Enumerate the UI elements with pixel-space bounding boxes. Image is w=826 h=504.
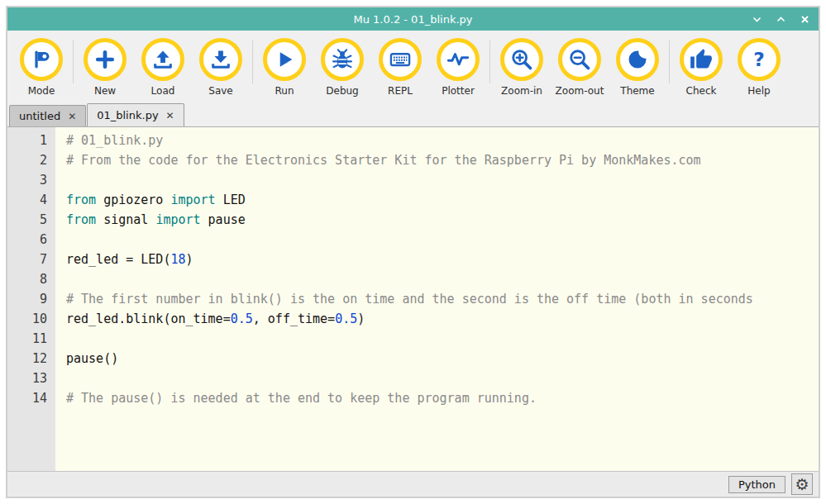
token-code: red_led = LED( — [66, 252, 170, 267]
token-comment: # The pause() is needed at the end to ke… — [66, 391, 537, 406]
token-code: red_led.blink(on_time= — [66, 311, 231, 326]
tab-label: untitled — [19, 110, 60, 122]
line-number: 6 — [7, 230, 47, 250]
plotter-button[interactable]: Plotter — [429, 38, 487, 97]
save-button[interactable]: Save — [192, 38, 250, 97]
line-number: 10 — [7, 309, 47, 329]
code-line[interactable]: red_led = LED(18) — [66, 250, 819, 269]
chevron-down-icon — [752, 14, 762, 25]
maximize-button[interactable] — [776, 14, 786, 25]
token-code: signal — [96, 212, 155, 227]
token-code: ) — [357, 311, 365, 326]
toolbar-button-label: Load — [151, 85, 175, 97]
line-number: 1 — [7, 131, 47, 150]
code-line[interactable]: from gpiozero import LED — [66, 190, 819, 210]
toolbar-button-label: Debug — [326, 85, 358, 97]
title-bar[interactable]: Mu 1.0.2 - 01_blink.py — [7, 7, 819, 31]
toolbar-separator — [489, 40, 490, 83]
toolbar-button-label: Save — [208, 85, 232, 97]
language-mode-badge: Python — [728, 476, 785, 493]
tab-untitled[interactable]: untitled ✕ — [9, 105, 86, 126]
token-comment: # From the code for the Electronics Star… — [66, 153, 701, 168]
code-line[interactable] — [66, 230, 819, 250]
token-code: pause() — [66, 351, 118, 366]
line-number: 5 — [7, 210, 47, 230]
zoom-in-icon — [500, 38, 543, 81]
gear-icon: ⚙ — [795, 477, 809, 492]
close-button[interactable] — [800, 14, 810, 25]
token-keyword: from — [66, 212, 96, 227]
toolbar-button-label: Mode — [28, 85, 55, 97]
token-code: gpiozero — [96, 193, 170, 207]
download-tray-icon — [199, 38, 242, 81]
code-line[interactable]: # From the code for the Electronics Star… — [66, 150, 819, 170]
toolbar-separator — [73, 40, 74, 83]
settings-button[interactable]: ⚙ — [791, 473, 813, 495]
minimize-button[interactable] — [752, 14, 762, 25]
toolbar: Mode New Load Save Run — [7, 31, 819, 102]
line-number: 14 — [7, 388, 47, 408]
repl-button[interactable]: REPL — [371, 38, 429, 97]
help-button[interactable]: ? Help — [730, 38, 788, 97]
keyboard-icon — [379, 38, 422, 81]
tab-bar: untitled ✕ 01_blink.py ✕ — [7, 102, 819, 127]
token-number: 18 — [170, 252, 185, 267]
toolbar-button-label: Zoom-out — [556, 85, 604, 97]
status-bar: Python ⚙ — [7, 471, 819, 497]
moon-icon — [616, 38, 659, 81]
tab-close-icon[interactable]: ✕ — [166, 110, 174, 121]
play-icon — [263, 38, 306, 81]
load-button[interactable]: Load — [134, 38, 192, 97]
token-keyword: from — [66, 193, 96, 207]
token-number: 0.5 — [335, 311, 357, 326]
code-area[interactable]: # 01_blink.py# From the code for the Ele… — [55, 127, 819, 471]
line-number: 12 — [7, 349, 47, 368]
token-code: pause — [201, 212, 246, 227]
toolbar-button-label: Help — [747, 85, 770, 97]
tab-close-icon[interactable]: ✕ — [68, 111, 76, 122]
code-line[interactable] — [66, 269, 819, 289]
close-icon — [800, 14, 810, 25]
plus-icon — [84, 38, 127, 81]
zoom-out-button[interactable]: Zoom-out — [551, 38, 609, 97]
thumbs-up-icon — [680, 38, 723, 81]
toolbar-button-label: Check — [686, 85, 717, 97]
line-number: 3 — [7, 170, 47, 190]
toolbar-separator — [252, 40, 253, 83]
token-keyword: import — [155, 212, 200, 227]
line-number: 9 — [7, 289, 47, 309]
mode-button[interactable]: Mode — [12, 38, 70, 97]
code-line[interactable]: red_led.blink(on_time=0.5, off_time=0.5) — [66, 309, 819, 329]
check-button[interactable]: Check — [672, 38, 730, 97]
zoom-out-icon — [558, 38, 601, 81]
toolbar-button-label: Zoom-in — [501, 85, 542, 97]
code-line[interactable] — [66, 329, 819, 349]
run-button[interactable]: Run — [255, 38, 313, 97]
code-line[interactable]: from signal import pause — [66, 210, 819, 230]
toolbar-button-label: Plotter — [442, 85, 475, 97]
code-line[interactable]: # The pause() is needed at the end to ke… — [66, 388, 819, 408]
bug-icon — [321, 38, 364, 81]
line-number: 11 — [7, 329, 47, 349]
zoom-in-button[interactable]: Zoom-in — [493, 38, 551, 97]
tab-label: 01_blink.py — [97, 109, 158, 121]
code-line[interactable]: # 01_blink.py — [66, 131, 819, 150]
mode-flag-icon — [20, 38, 63, 81]
toolbar-button-label: Run — [275, 85, 294, 97]
toolbar-button-label: REPL — [388, 85, 413, 97]
line-number: 13 — [7, 368, 47, 388]
line-number: 2 — [7, 150, 47, 170]
tab-01-blink-py[interactable]: 01_blink.py ✕ — [87, 103, 184, 126]
waveform-icon — [437, 38, 480, 81]
code-line[interactable]: pause() — [66, 349, 819, 368]
theme-button[interactable]: Theme — [609, 38, 666, 97]
code-line[interactable]: # The first number in blink() is the on … — [66, 289, 819, 309]
token-code: LED — [216, 193, 246, 207]
window-controls — [752, 7, 810, 31]
code-line[interactable] — [66, 368, 819, 388]
code-line[interactable] — [66, 170, 819, 190]
new-button[interactable]: New — [76, 38, 134, 97]
mu-editor-window: Mu 1.0.2 - 01_blink.py Mode Ne — [6, 6, 820, 498]
token-comment: # The first number in blink() is the on … — [66, 292, 753, 307]
debug-button[interactable]: Debug — [313, 38, 371, 97]
